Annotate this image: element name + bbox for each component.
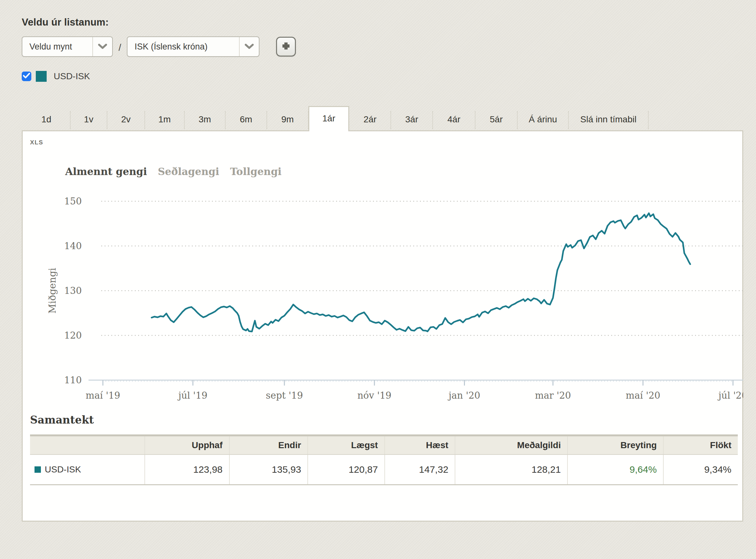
series-checkbox[interactable] [22, 71, 31, 81]
col-flokt: Flökt [663, 435, 738, 454]
chart-panel: 1d 1v 2v 1m 3m 6m 9m 1ár 2ár 3ár 4ár 5ár… [22, 103, 743, 522]
xls-export-link[interactable]: XLS [30, 139, 742, 146]
summary-heading: Samantekt [30, 413, 742, 426]
svg-text:110: 110 [64, 375, 82, 385]
currency-pair-separator: / [118, 40, 121, 53]
series-label: USD-ISK [54, 71, 90, 82]
plus-icon [281, 41, 291, 52]
tab-2ar[interactable]: 2ár [349, 111, 391, 130]
page: Veldu úr listanum: Veldu mynt / ISK (Ísl… [0, 0, 756, 522]
period-tabbar: 1d 1v 2v 1m 3m 6m 9m 1ár 2ár 3ár 4ár 5ár… [22, 103, 743, 130]
page-title: Veldu úr listanum: [22, 17, 744, 28]
svg-text:maí '19: maí '19 [86, 390, 120, 401]
svg-text:júl '20: júl '20 [717, 390, 743, 401]
svg-text:140: 140 [64, 241, 82, 251]
currency-to-dropdown[interactable]: ISK (Íslensk króna) [127, 37, 260, 57]
tab-1m[interactable]: 1m [145, 111, 184, 130]
col-medalgildi: Meðalgildi [455, 435, 568, 454]
svg-text:sept '19: sept '19 [266, 390, 303, 401]
col-laegst: Lægst [308, 435, 384, 454]
svg-text:júl '19: júl '19 [177, 390, 207, 401]
col-upphaf: Upphaf [145, 435, 229, 454]
check-icon [23, 73, 30, 80]
usd-isk-line-chart: 110120130140150Miðgengimaí '19júl '19sep… [30, 179, 743, 408]
summary-header-row: Upphaf Endir Lægst Hæst Meðalgildi Breyt… [30, 435, 738, 454]
line-chart: 110120130140150Miðgengimaí '19júl '19sep… [30, 179, 742, 410]
value-flokt: 9,34% [663, 454, 738, 485]
tab-3m[interactable]: 3m [184, 111, 225, 130]
add-currency-pair-button[interactable] [276, 37, 296, 57]
value-medalgildi: 128,21 [455, 454, 568, 485]
value-haest: 147,32 [385, 454, 455, 485]
tab-1v[interactable]: 1v [70, 111, 107, 130]
row-series-name: USD-ISK [35, 465, 138, 475]
tab-sedlagengi[interactable]: Seðlagengi [158, 166, 219, 177]
tab-2v[interactable]: 2v [107, 111, 145, 130]
svg-text:jan '20: jan '20 [448, 390, 480, 401]
svg-text:nóv '19: nóv '19 [357, 390, 392, 401]
series-color-swatch [35, 466, 41, 473]
currency-from-value: Veldu mynt [22, 37, 92, 56]
tab-3ar[interactable]: 3ár [391, 111, 432, 130]
tab-a-arinu[interactable]: Á árinu [517, 111, 569, 130]
svg-text:mar '20: mar '20 [535, 390, 571, 401]
table-row-usd-isk: USD-ISK 123,98 135,93 120,87 147,32 128,… [30, 454, 738, 485]
tab-1ar-selected[interactable]: 1ár [308, 106, 349, 131]
svg-text:120: 120 [64, 330, 82, 341]
currency-selector-row: Veldu mynt / ISK (Íslensk króna) [22, 37, 744, 57]
value-laegst: 120,87 [308, 454, 384, 485]
tab-almennt-gengi[interactable]: Almennt gengi [65, 166, 147, 177]
series-color-swatch [36, 71, 47, 82]
tab-9m[interactable]: 9m [267, 111, 308, 130]
tab-4ar[interactable]: 4ár [432, 111, 475, 130]
svg-text:130: 130 [64, 285, 82, 296]
chevron-down-icon [92, 37, 112, 56]
svg-text:150: 150 [64, 196, 82, 207]
tab-tollgengi[interactable]: Tollgengi [230, 166, 282, 177]
tab-5ar[interactable]: 5ár [475, 111, 517, 130]
currency-to-value: ISK (Íslensk króna) [128, 37, 239, 56]
tab-1d[interactable]: 1d [22, 111, 70, 130]
tab-6m[interactable]: 6m [225, 111, 267, 130]
col-endir: Endir [229, 435, 308, 454]
col-haest: Hæst [385, 435, 455, 454]
value-endir: 135,93 [229, 454, 308, 485]
svg-text:Miðgengi: Miðgengi [47, 268, 58, 313]
col-name [30, 435, 145, 454]
chevron-down-icon [239, 37, 259, 56]
currency-from-dropdown[interactable]: Veldu mynt [22, 37, 113, 57]
tab-sla-inn-timabil[interactable]: Slá inn tímabil [569, 111, 648, 130]
summary-table: Upphaf Endir Lægst Hæst Meðalgildi Breyt… [30, 434, 738, 485]
value-breyting: 9,64% [568, 454, 663, 485]
col-breyting: Breyting [568, 435, 663, 454]
chart-panel-body: XLS Almennt gengi Seðlagengi Tollgengi 1… [22, 130, 743, 522]
series-toggle-row: USD-ISK [22, 71, 744, 82]
svg-text:maí '20: maí '20 [626, 390, 660, 401]
rate-type-tabs: Almennt gengi Seðlagengi Tollgengi [65, 166, 742, 177]
value-upphaf: 123,98 [145, 454, 229, 485]
